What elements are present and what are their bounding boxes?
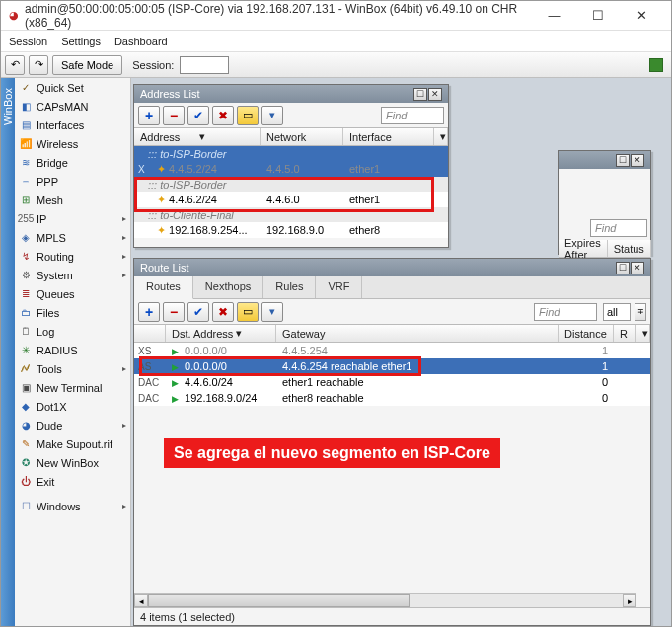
col-r[interactable]: R xyxy=(614,325,636,342)
addr-close-button[interactable]: ✕ xyxy=(428,88,442,101)
add-button[interactable]: + xyxy=(138,106,160,125)
col-expires[interactable]: Expires After xyxy=(559,240,608,257)
tab-nexthops[interactable]: Nexthops xyxy=(193,276,263,298)
sidebar-item-make-supout-rif[interactable]: ✎Make Supout.rif xyxy=(15,434,130,453)
sidebar-item-capsman[interactable]: ◧CAPsMAN xyxy=(15,97,130,116)
remove-button[interactable]: − xyxy=(163,302,185,322)
route-titlebar[interactable]: Route List ☐ ✕ xyxy=(134,259,650,276)
address-row[interactable]: X✦ 4.4.5.2/244.4.5.0ether1 xyxy=(134,161,448,177)
sidebar-icon: ◆ xyxy=(19,400,33,414)
sidebar-item-mpls[interactable]: ◈MPLS▸ xyxy=(15,228,130,247)
sidebar-item-queues[interactable]: ≣Queues xyxy=(15,284,130,303)
sidebar-icon: 🗀 xyxy=(19,306,33,320)
disable-button[interactable]: ✖ xyxy=(212,106,234,125)
sidebar-item-windows[interactable]: ☐Windows▸ xyxy=(15,497,130,515)
route-restore-button[interactable]: ☐ xyxy=(616,262,630,274)
sidebar-item-files[interactable]: 🗀Files xyxy=(15,303,130,322)
add-button[interactable]: + xyxy=(138,302,160,322)
comment-button[interactable]: ▭ xyxy=(237,106,259,125)
sidebar-item-routing[interactable]: ↯Routing▸ xyxy=(15,247,130,266)
winbox-tab[interactable]: WinBox xyxy=(1,78,15,626)
col-interface[interactable]: Interface xyxy=(343,128,434,145)
col-network[interactable]: Network xyxy=(261,128,343,145)
tab-routes[interactable]: Routes xyxy=(134,276,193,299)
sidebar-item-interfaces[interactable]: ▤Interfaces xyxy=(15,116,130,134)
addr-titlebar[interactable]: Address List ☐ ✕ xyxy=(134,85,448,103)
sidebar-item-new-winbox[interactable]: ✪New WinBox xyxy=(15,453,130,472)
sidebar-item-quick-set[interactable]: ✓Quick Set xyxy=(15,78,130,97)
tab-vrf[interactable]: VRF xyxy=(316,276,362,298)
scroll-right-button[interactable]: ▸ xyxy=(623,594,636,607)
safemode-button[interactable]: Safe Mode xyxy=(52,55,122,75)
col-more[interactable]: ▾ xyxy=(636,325,650,342)
address-group[interactable]: ::: to-ISP-Border xyxy=(134,177,448,192)
sidebar-item-radius[interactable]: ✳RADIUS xyxy=(15,341,130,359)
sidebar-label: Mesh xyxy=(37,195,63,206)
address-row[interactable]: ✦ 4.4.6.2/244.4.6.0ether1 xyxy=(134,192,448,207)
route-row[interactable]: DAC▶ 4.4.6.0/24ether1 reachable0 xyxy=(134,374,650,390)
sidebar-icon: ≋ xyxy=(19,156,33,170)
sidebar-item-log[interactable]: 🗒Log xyxy=(15,322,130,341)
sidebar-item-exit[interactable]: ⏻Exit xyxy=(15,472,130,491)
comment-button[interactable]: ▭ xyxy=(237,302,259,322)
sidebar-label: System xyxy=(37,270,73,281)
sidebar-item-bridge[interactable]: ≋Bridge xyxy=(15,153,130,172)
undo-button[interactable]: ↶ xyxy=(5,55,25,75)
sidebar-item-ppp[interactable]: ⎓PPP xyxy=(15,172,130,191)
menu-session[interactable]: Session xyxy=(9,36,47,47)
address-list-window[interactable]: Address List ☐ ✕ + − ✔ ✖ ▭ ▾ Find Addres… xyxy=(133,84,449,248)
col-dst[interactable]: Dst. Address ▾ xyxy=(166,325,276,342)
route-icon: ▶ xyxy=(172,394,182,404)
route-scope-dropdown[interactable]: ∓ xyxy=(635,303,646,321)
disable-button[interactable]: ✖ xyxy=(212,302,234,322)
remove-button[interactable]: − xyxy=(163,106,185,125)
addr-find-input[interactable]: Find xyxy=(381,107,444,124)
menu-settings[interactable]: Settings xyxy=(61,36,101,47)
route-row[interactable]: XS▶ 0.0.0.0/04.4.5.2541 xyxy=(134,343,650,358)
enable-button[interactable]: ✔ xyxy=(187,302,209,322)
background-window[interactable]: ☐ ✕ Find Expires After Status xyxy=(558,150,651,255)
sidebar-item-system[interactable]: ⚙System▸ xyxy=(15,266,130,284)
scroll-track[interactable] xyxy=(148,594,623,607)
bg-find-input[interactable]: Find xyxy=(590,219,647,237)
sidebar-item-ip[interactable]: 255IP▸ xyxy=(15,209,130,228)
enable-button[interactable]: ✔ xyxy=(187,106,209,125)
route-scope-select[interactable]: all xyxy=(603,303,631,321)
col-flags[interactable] xyxy=(134,325,166,342)
sidebar-item-dude[interactable]: ◕Dude▸ xyxy=(15,416,130,434)
sidebar-item-dot1x[interactable]: ◆Dot1X xyxy=(15,397,130,416)
sidebar-item-tools[interactable]: 🗲Tools▸ xyxy=(15,359,130,378)
address-group[interactable]: ::: to-Cliente-Final xyxy=(134,207,448,222)
close-button[interactable]: ✕ xyxy=(620,1,663,31)
scroll-left-button[interactable]: ◂ xyxy=(134,594,148,607)
maximize-button[interactable]: ☐ xyxy=(576,1,620,31)
bg-restore-button[interactable]: ☐ xyxy=(616,154,630,167)
route-row[interactable]: AS▶ 0.0.0.0/04.4.6.254 reachable ether11 xyxy=(134,358,650,374)
redo-button[interactable]: ↷ xyxy=(29,55,48,75)
addr-restore-button[interactable]: ☐ xyxy=(413,88,427,101)
route-row[interactable]: DAC▶ 192.168.9.0/24ether8 reachable0 xyxy=(134,390,650,406)
col-more[interactable]: ▾ xyxy=(434,128,448,145)
address-group[interactable]: ::: to-ISP-Border xyxy=(134,146,448,161)
col-distance[interactable]: Distance xyxy=(559,325,614,342)
minimize-button[interactable]: — xyxy=(533,1,576,31)
filter-button[interactable]: ▾ xyxy=(261,106,283,125)
scroll-thumb[interactable] xyxy=(148,594,410,607)
sidebar-item-mesh[interactable]: ⊞Mesh xyxy=(15,191,130,209)
menu-dashboard[interactable]: Dashboard xyxy=(114,36,168,47)
route-close-button[interactable]: ✕ xyxy=(631,262,644,274)
session-input[interactable] xyxy=(180,56,229,74)
sidebar-item-new-terminal[interactable]: ▣New Terminal xyxy=(15,378,130,397)
col-status[interactable]: Status xyxy=(608,240,651,257)
col-gateway[interactable]: Gateway xyxy=(276,325,559,342)
horizontal-scrollbar[interactable]: ◂ ▸ xyxy=(134,593,636,607)
window-titlebar-bg[interactable]: ☐ ✕ xyxy=(559,151,650,169)
bg-close-button[interactable]: ✕ xyxy=(631,154,644,167)
tab-rules[interactable]: Rules xyxy=(263,276,316,298)
address-row[interactable]: ✦ 192.168.9.254...192.168.9.0ether8 xyxy=(134,222,448,238)
sidebar-item-wireless[interactable]: 📶Wireless xyxy=(15,134,130,153)
filter-button[interactable]: ▾ xyxy=(261,302,283,322)
route-find-input[interactable]: Find xyxy=(534,303,597,321)
route-list-window[interactable]: Route List ☐ ✕ Routes Nexthops Rules VRF… xyxy=(133,258,651,626)
col-address[interactable]: Address▾ xyxy=(134,128,261,145)
